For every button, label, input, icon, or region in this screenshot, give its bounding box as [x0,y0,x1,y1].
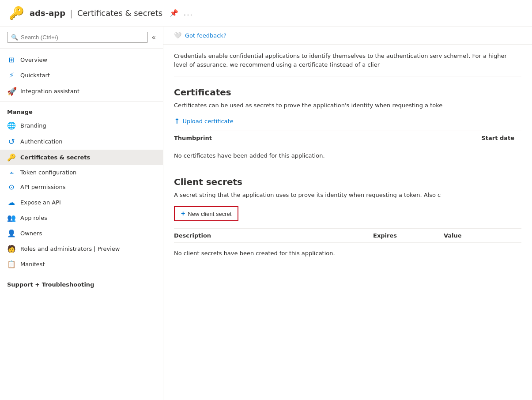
sidebar-item-authentication[interactable]: ↺ Authentication [0,133,163,150]
integration-icon: 🚀 [7,87,16,96]
sidebar-search-area: 🔍 « [0,26,163,49]
sidebar-item-integration-assistant[interactable]: 🚀 Integration assistant [0,83,163,99]
header-divider: | [70,8,73,19]
sidebar-item-token-configuration[interactable]: ⫠ Token configuration [0,165,163,179]
certificates-table-header: Thumbprint Start date [174,131,521,145]
owners-icon: 👤 [7,229,16,238]
expires-header: Expires [373,232,444,239]
certificates-title: Certificates [174,87,521,98]
main-content: 🤍 Got feedback? Credentials enable confi… [163,26,532,400]
app-name: ads-app [30,8,65,18]
sidebar-item-quickstart[interactable]: ⚡ Quickstart [0,68,163,83]
certificates-section: Certificates Certificates can be used as… [174,87,521,166]
intro-text: Credentials enable confidential applicat… [174,52,521,76]
sidebar-item-label: Roles and administrators | Preview [20,245,120,252]
client-secrets-title: Client secrets [174,177,521,187]
feedback-label[interactable]: Got feedback? [185,32,226,39]
sidebar-item-owners[interactable]: 👤 Owners [0,226,163,241]
sidebar-item-label: Integration assistant [20,88,79,94]
upload-icon: ↑ [174,117,180,125]
no-secrets-message: No client secrets have been created for … [174,243,521,264]
sidebar-item-certificates-secrets[interactable]: 🔑 Certificates & secrets [0,150,163,165]
header: 🔑 ads-app | Certificates & secrets 📌 ... [0,0,532,26]
plus-icon: + [181,210,185,218]
heart-icon: 🤍 [174,32,181,39]
sidebar-item-label: Overview [20,57,47,63]
manage-section-title: Manage [0,101,163,118]
pin-icon[interactable]: 📌 [170,9,178,17]
sidebar-item-label: Manifest [20,261,45,268]
main-layout: 🔍 « ⊞ Overview ⚡ Quickstart 🚀 Integratio… [0,26,532,400]
sidebar-nav: ⊞ Overview ⚡ Quickstart 🚀 Integration as… [0,49,163,400]
description-header: Description [174,232,373,239]
new-secret-btn-label: New client secret [188,211,231,217]
app-icon: 🔑 [9,6,24,20]
new-client-secret-button[interactable]: + New client secret [174,206,238,221]
sidebar-item-label: Owners [20,230,42,237]
token-icon: ⫠ [7,169,16,176]
sidebar-item-roles-administrators[interactable]: 🧑 Roles and administrators | Preview [0,241,163,257]
sidebar-item-label: API permissions [20,184,65,190]
sidebar-item-label: Certificates & secrets [20,154,90,161]
sidebar-item-label: Authentication [20,138,62,145]
value-header: Value [444,232,514,239]
overview-icon: ⊞ [7,56,16,64]
sidebar: 🔍 « ⊞ Overview ⚡ Quickstart 🚀 Integratio… [0,26,163,400]
content-body: Credentials enable confidential applicat… [163,45,532,271]
api-permissions-icon: ⊙ [7,183,16,191]
branding-icon: 🌐 [7,121,16,130]
sidebar-item-branding[interactable]: 🌐 Branding [0,118,163,133]
startdate-header: Start date [433,135,521,141]
upload-btn-label: Upload certificate [182,118,233,125]
client-secrets-description: A secret string that the application use… [174,191,521,200]
sidebar-item-label: Token configuration [20,169,76,176]
thumbprint-header: Thumbprint [174,135,433,141]
sidebar-item-overview[interactable]: ⊞ Overview [0,52,163,68]
manifest-icon: 📋 [7,260,16,268]
expose-api-icon: ☁ [7,198,16,207]
sidebar-item-label: Quickstart [20,72,50,79]
quickstart-icon: ⚡ [7,71,16,79]
sidebar-collapse-button[interactable]: « [151,33,156,42]
app-roles-icon: 👥 [7,214,16,222]
sidebar-item-label: Expose an API [20,199,61,206]
no-certificates-message: No certificates have been added for this… [174,145,521,166]
search-input[interactable] [21,34,144,41]
authentication-icon: ↺ [7,137,16,146]
sidebar-item-app-roles[interactable]: 👥 App roles [0,210,163,226]
sidebar-item-label: App roles [20,215,47,221]
certificates-description: Certificates can be used as secrets to p… [174,101,521,110]
certificates-icon: 🔑 [7,153,16,162]
more-options-icon[interactable]: ... [184,9,193,17]
sidebar-item-manifest[interactable]: 📋 Manifest [0,257,163,272]
sidebar-item-expose-api[interactable]: ☁ Expose an API [0,195,163,210]
search-box[interactable]: 🔍 [7,32,148,43]
search-icon: 🔍 [11,34,18,41]
upload-certificate-button[interactable]: ↑ Upload certificate [174,117,521,125]
secrets-table-header: Description Expires Value [174,228,521,243]
client-secrets-section: Client secrets A secret string that the … [174,177,521,264]
sidebar-item-api-permissions[interactable]: ⊙ API permissions [0,179,163,195]
support-section-title: Support + Troubleshooting [0,274,163,291]
feedback-bar[interactable]: 🤍 Got feedback? [163,26,532,45]
page-title: Certificates & secrets [77,8,162,18]
roles-icon: 🧑 [7,245,16,253]
header-actions: 📌 ... [170,9,193,17]
sidebar-item-label: Branding [20,122,46,129]
